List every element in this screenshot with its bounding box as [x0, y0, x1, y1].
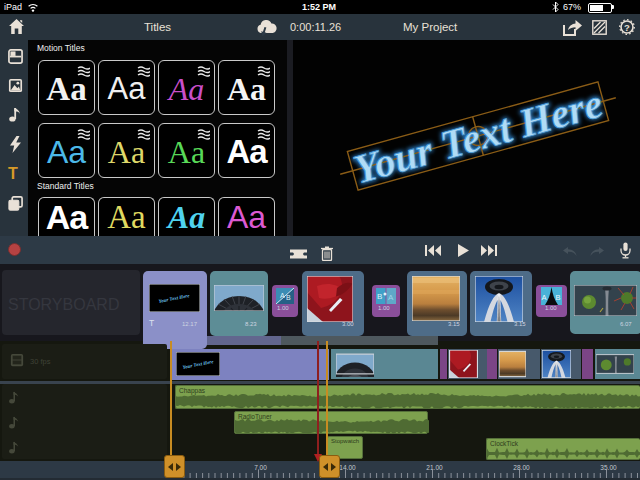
- svg-text:28.00: 28.00: [513, 464, 530, 471]
- svg-text:Your Text Here: Your Text Here: [349, 80, 608, 193]
- svg-text:21.00: 21.00: [426, 464, 443, 471]
- svg-text:A: A: [542, 293, 547, 302]
- svg-text:?: ?: [624, 22, 630, 33]
- svg-text:A: A: [388, 293, 394, 302]
- svg-text:B: B: [556, 293, 561, 302]
- svg-text:7.00: 7.00: [254, 464, 267, 471]
- svg-text:B: B: [377, 292, 382, 301]
- svg-text:14.00: 14.00: [339, 464, 356, 471]
- svg-text:A: A: [280, 292, 285, 299]
- svg-text:35.00: 35.00: [600, 464, 617, 471]
- svg-text:B: B: [286, 294, 291, 301]
